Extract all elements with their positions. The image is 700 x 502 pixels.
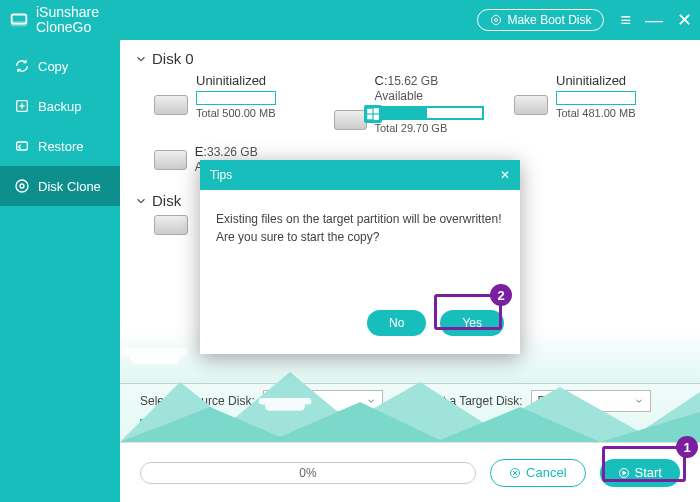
- after-finished-checkbox[interactable]: [140, 419, 152, 431]
- drive-icon: [154, 150, 187, 170]
- cancel-icon: [509, 467, 521, 479]
- svg-rect-12: [367, 109, 372, 114]
- partition-total: Total 29.70 GB: [375, 122, 485, 134]
- chevron-down-icon: [134, 194, 148, 208]
- chevron-down-icon: [366, 396, 376, 406]
- restore-icon: [14, 138, 30, 154]
- app-icon: [8, 9, 30, 31]
- sidebar-item-backup[interactable]: Backup: [0, 86, 120, 126]
- after-finished-label: After Finished:: [162, 418, 239, 432]
- close-button[interactable]: ✕: [677, 9, 692, 31]
- annotation-box-start: [602, 446, 686, 482]
- svg-point-3: [495, 19, 498, 22]
- menu-button[interactable]: ≡: [620, 10, 631, 31]
- svg-point-2: [492, 16, 501, 25]
- chevron-down-icon: [134, 52, 148, 66]
- target-disk-value: Disk 1: [538, 394, 571, 408]
- svg-point-8: [16, 180, 28, 192]
- sidebar-label: Copy: [38, 59, 68, 74]
- drive-icon: [154, 95, 188, 115]
- svg-point-9: [20, 184, 24, 188]
- app-window: iSunshareCloneGo Make Boot Disk ≡ — ✕ Co…: [0, 0, 700, 502]
- drive-icon: [334, 110, 367, 130]
- option-shutdown[interactable]: Shutdown: [249, 418, 315, 432]
- brand-text: iSunshareCloneGo: [36, 5, 99, 34]
- cancel-button[interactable]: Cancel: [490, 459, 585, 487]
- refresh-icon: [14, 58, 30, 74]
- drive-icon: [154, 215, 188, 235]
- partition-c[interactable]: C:15.62 GB Available Total 29.70 GB: [334, 73, 484, 134]
- disk-selector-row: Select a Source Disk: Disk 0 Select a Ta…: [120, 383, 700, 412]
- drive-icon: [514, 95, 548, 115]
- partition-label: C:15.62 GB Available: [375, 73, 485, 103]
- brand-logo: iSunshareCloneGo: [8, 5, 99, 34]
- make-boot-disk-label: Make Boot Disk: [507, 13, 591, 27]
- disk-clone-icon: [14, 178, 30, 194]
- dialog-close-button[interactable]: ✕: [500, 168, 510, 182]
- partition-uninitialized-0[interactable]: Uninitialized Total 500.00 MB: [154, 73, 304, 134]
- sidebar: Copy Backup Restore Disk Clone: [0, 40, 120, 502]
- progress-bar: 0%: [140, 462, 476, 484]
- sidebar-label: Restore: [38, 139, 84, 154]
- sidebar-label: Backup: [38, 99, 81, 114]
- windows-icon: [366, 107, 380, 121]
- partition-uninitialized-1[interactable]: Uninitialized Total 481.00 MB: [514, 73, 664, 134]
- svg-rect-7: [17, 142, 28, 150]
- usage-bar: [556, 91, 636, 105]
- usage-bar: [196, 91, 276, 105]
- partition-total: Total 500.00 MB: [196, 107, 276, 119]
- sidebar-item-disk-clone[interactable]: Disk Clone: [0, 166, 120, 206]
- annotation-badge-1: 1: [676, 436, 698, 458]
- partition-label: Uninitialized: [196, 73, 276, 88]
- sidebar-label: Disk Clone: [38, 179, 101, 194]
- annotation-badge-2: 2: [490, 284, 512, 306]
- cancel-label: Cancel: [526, 465, 566, 480]
- window-controls: ≡ — ✕: [620, 9, 692, 31]
- svg-rect-13: [373, 108, 378, 113]
- partition-total: Total 481.00 MB: [556, 107, 636, 119]
- option-hibernate[interactable]: Hibernate: [387, 418, 452, 432]
- backup-icon: [14, 98, 30, 114]
- minimize-button[interactable]: —: [645, 10, 663, 31]
- partition-label: Uninitialized: [556, 73, 636, 88]
- after-finished-row: After Finished: Shutdown Restart Hiberna…: [120, 412, 700, 442]
- svg-rect-1: [12, 22, 27, 26]
- make-boot-disk-button[interactable]: Make Boot Disk: [477, 9, 604, 31]
- title-bar: iSunshareCloneGo Make Boot Disk ≡ — ✕: [0, 0, 700, 40]
- dialog-titlebar: Tips ✕: [200, 160, 520, 190]
- disc-icon: [490, 14, 502, 26]
- usage-bar: [375, 106, 485, 120]
- target-disk-select[interactable]: Disk 1: [531, 390, 651, 412]
- dialog-title: Tips: [210, 168, 232, 182]
- dialog-no-button[interactable]: No: [367, 310, 426, 336]
- decoration-cloud: [265, 401, 305, 411]
- sidebar-item-restore[interactable]: Restore: [0, 126, 120, 166]
- dialog-message: Existing files on the target partition w…: [200, 190, 520, 300]
- disk-name: Disk: [152, 192, 181, 209]
- decoration-cloud: [130, 352, 180, 364]
- sidebar-item-copy[interactable]: Copy: [0, 46, 120, 86]
- target-disk-label: Select a Target Disk:: [413, 394, 523, 408]
- disk-0-section: Disk 0 Uninitialized Total 500.00 MB: [120, 40, 700, 174]
- disk-0-header[interactable]: Disk 0: [134, 50, 680, 67]
- disk-name: Disk 0: [152, 50, 194, 67]
- svg-rect-15: [373, 115, 378, 120]
- chevron-down-icon: [634, 396, 644, 406]
- svg-rect-14: [367, 115, 372, 120]
- source-disk-label: Select a Source Disk:: [140, 394, 255, 408]
- option-restart[interactable]: Restart: [326, 418, 378, 432]
